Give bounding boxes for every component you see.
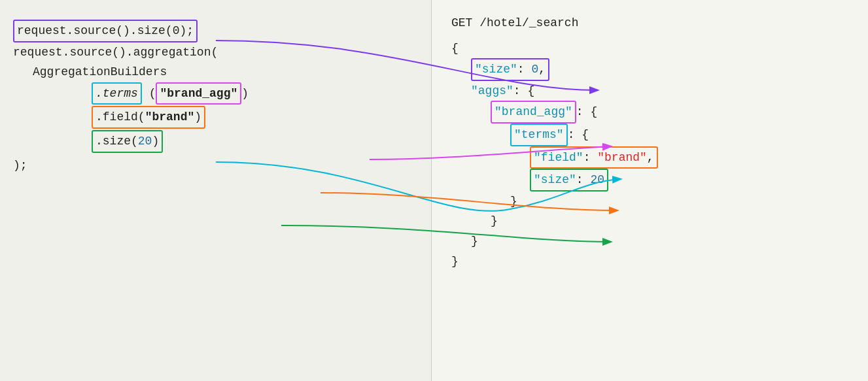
brand-agg-box: "brand_agg" [156,82,241,105]
brand-agg-text: "brand_agg" [160,87,237,100]
terms-line: "terms" : { [510,124,848,146]
title-text: GET /hotel/_search [451,16,578,29]
terms-italic: .terms [95,87,138,100]
size20-box: .size(20) [92,130,163,153]
right-panel: GET /hotel/_search { "size": 0, "aggs": … [432,0,868,381]
size20-line: "size": 20 [530,169,848,191]
code-line-7: ); [13,156,418,176]
brace-open-text: { [451,42,459,55]
code-line-4: .terms ("brand_agg") [92,82,418,105]
aggs-line: "aggs": { [471,81,848,101]
code-line-1: request.source().size(0); [13,20,418,42]
size-key-text: "size" [475,63,517,76]
field-key-text: "field" [534,151,583,164]
close-brace-1: } [510,191,848,212]
size-val-text: 0 [531,63,538,76]
api-title: GET /hotel/_search [451,13,848,33]
open-brace: { [451,39,848,59]
terms-method-box: .terms [92,82,142,105]
field-value: "brand" [145,110,195,124]
close-brace-4: } [451,252,848,272]
field-line: "field": "brand", [530,146,848,169]
line7-text: ); [13,159,27,172]
size20-val: 20 [138,135,152,148]
terms-box-right: "terms" [510,124,568,146]
brand-agg-box-right: "brand_agg" [491,101,576,124]
close4-text: } [451,255,459,268]
size-line: "size": 0, [471,58,848,81]
size20-box-right: "size": 20 [530,169,608,191]
brand-agg-brace: : { [576,105,597,118]
code-line-6: .size(20) [92,130,418,153]
colon3: : [583,151,598,164]
comma2: , [647,151,654,164]
terms-paren-open: ( [149,87,156,100]
field-val-text: "brand" [597,151,647,164]
colon1: : [517,63,532,76]
close2-text: } [491,214,498,227]
brand-agg-line: "brand_agg" : { [491,101,848,124]
colon2: : { [513,84,534,97]
size-box-right: "size": 0, [471,58,549,81]
code-line-2: request.source().aggregation( [13,42,418,63]
field-box: .field("brand") [92,106,205,129]
close3-text: } [471,235,478,248]
terms-brace: : { [568,128,589,141]
colon4: : [576,173,591,186]
terms-paren-close: ) [241,87,249,100]
line2-text: request.source().aggregation( [13,46,218,59]
comma1: , [538,63,546,76]
close1-text: } [510,195,517,208]
size20-key-text: "size" [534,173,576,186]
close-brace-2: } [491,211,848,231]
line3-text: AggregationBuilders [33,65,167,78]
field-box-right: "field": "brand", [530,146,658,169]
code-line-3: AggregationBuilders [33,62,418,82]
close-brace-3: } [471,231,848,252]
aggs-key-text: "aggs" [471,84,513,97]
code-line-5: .field("brand") [92,106,418,129]
left-panel: request.source().size(0); request.source… [0,0,432,381]
brand-agg-key-text: "brand_agg" [495,105,572,118]
main-container: request.source().size(0); request.source… [0,0,868,381]
size20-val-text: 20 [590,173,604,186]
size0-box: request.source().size(0); [13,20,198,42]
terms-key-text: "terms" [514,128,564,141]
